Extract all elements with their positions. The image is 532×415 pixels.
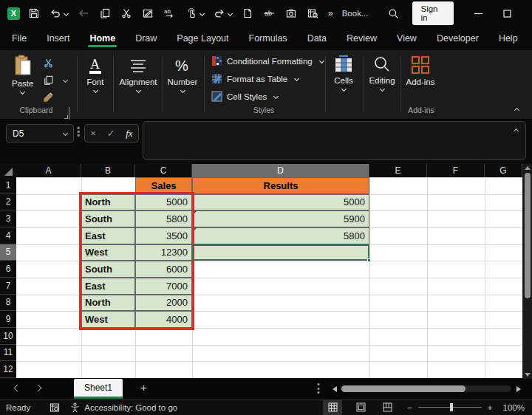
tabs-overflow-dots[interactable]: ••• bbox=[317, 383, 320, 395]
cells-group-button[interactable]: Cells bbox=[327, 55, 360, 91]
cell-D1-results-header[interactable]: Results bbox=[192, 177, 369, 194]
cut-ribbon-icon[interactable] bbox=[43, 58, 54, 69]
touch-mode-icon[interactable] bbox=[184, 4, 205, 23]
vertical-scrollbar[interactable] bbox=[522, 164, 532, 379]
search-icon[interactable] bbox=[388, 8, 399, 19]
zoom-slider-thumb[interactable] bbox=[450, 403, 453, 411]
copy-icon[interactable] bbox=[98, 4, 112, 23]
clipboard-dialog-launcher[interactable] bbox=[69, 107, 69, 120]
undo-dropdown-chevron[interactable] bbox=[64, 10, 69, 16]
vscroll-up-arrow[interactable] bbox=[525, 166, 531, 170]
name-box[interactable]: D5 bbox=[6, 124, 74, 143]
undo-icon[interactable] bbox=[48, 4, 69, 23]
row-header-9[interactable]: 9 bbox=[0, 311, 16, 328]
next-sheet-icon[interactable] bbox=[35, 385, 42, 392]
sheet-lookup-icon[interactable] bbox=[305, 4, 320, 23]
tab-developer[interactable]: Developer bbox=[437, 29, 479, 48]
camera-icon[interactable] bbox=[284, 4, 299, 23]
formula-bar-drag-dots[interactable]: ••• bbox=[77, 127, 80, 138]
draft-icon[interactable] bbox=[140, 4, 155, 23]
row-header-10[interactable]: 10 bbox=[0, 328, 16, 345]
back-icon[interactable] bbox=[76, 4, 91, 23]
zoom-in-button[interactable]: + bbox=[488, 403, 493, 412]
column-header-B[interactable]: B bbox=[81, 164, 135, 177]
font-group-button[interactable]: A Font bbox=[80, 56, 111, 92]
paste-chevron[interactable] bbox=[20, 89, 25, 95]
spreadsheet-grid[interactable]: ABCDEFG123456789101112SalesResultsNorth5… bbox=[0, 164, 532, 379]
row-header-8[interactable]: 8 bbox=[0, 295, 16, 312]
cell-D4[interactable]: 5800 bbox=[192, 227, 369, 244]
row-header-2[interactable]: 2 bbox=[0, 194, 16, 211]
new-file-icon[interactable] bbox=[240, 4, 255, 23]
zoom-level[interactable]: 100% bbox=[503, 403, 525, 412]
find-replace-icon[interactable]: ab bbox=[162, 4, 177, 23]
alignment-chevron[interactable] bbox=[135, 88, 140, 93]
column-header-D[interactable]: D bbox=[192, 164, 369, 177]
macro-record-icon[interactable] bbox=[50, 402, 60, 413]
cell-D3[interactable]: 5900 bbox=[192, 210, 369, 227]
hscroll-right-arrow[interactable] bbox=[516, 386, 521, 392]
row-header-4[interactable]: 4 bbox=[0, 227, 16, 244]
vertical-scrollbar-thumb[interactable] bbox=[525, 173, 531, 298]
add-sheet-button[interactable]: + bbox=[140, 381, 147, 394]
zoom-out-button[interactable]: − bbox=[407, 403, 412, 412]
editing-group-button[interactable]: Editing bbox=[364, 55, 400, 91]
row-header-1[interactable]: 1 bbox=[0, 177, 16, 194]
prev-sheet-icon[interactable] bbox=[14, 385, 21, 392]
row-header-5[interactable]: 5 bbox=[0, 244, 16, 261]
cells-chevron[interactable] bbox=[341, 86, 346, 92]
sign-in-button[interactable]: Sign in bbox=[412, 1, 454, 25]
tab-home[interactable]: Home bbox=[89, 29, 115, 48]
conditional-formatting-button[interactable]: Conditional Formatting bbox=[211, 55, 324, 66]
number-group-button[interactable]: % Number bbox=[164, 56, 201, 92]
horizontal-scrollbar[interactable] bbox=[341, 385, 511, 392]
number-chevron[interactable] bbox=[180, 88, 185, 93]
save-icon[interactable] bbox=[27, 4, 41, 23]
minimize-button[interactable] bbox=[464, 0, 493, 27]
tab-draw[interactable]: Draw bbox=[135, 29, 157, 48]
column-header-G[interactable]: G bbox=[485, 164, 522, 177]
hscroll-left-arrow[interactable] bbox=[332, 386, 337, 392]
formula-bar-collapse-chevron[interactable] bbox=[514, 128, 519, 134]
tab-data[interactable]: Data bbox=[307, 29, 327, 48]
insert-function-icon[interactable]: fx bbox=[126, 128, 132, 140]
horizontal-scrollbar-thumb[interactable] bbox=[341, 385, 466, 392]
tab-file[interactable]: File bbox=[12, 29, 27, 48]
collapse-ribbon-chevron[interactable] bbox=[514, 108, 519, 113]
row-header-11[interactable]: 11 bbox=[0, 345, 16, 362]
tab-page-layout[interactable]: Page Layout bbox=[177, 29, 228, 48]
maximize-button[interactable] bbox=[493, 0, 522, 27]
format-painter-icon[interactable] bbox=[42, 92, 54, 103]
row-header-12[interactable]: 12 bbox=[0, 361, 16, 378]
touch-mode-chevron[interactable] bbox=[200, 10, 205, 16]
qat-overflow-button[interactable]: » bbox=[327, 4, 335, 23]
accessibility-status[interactable]: Accessibility: Good to go bbox=[84, 403, 177, 412]
strikethrough-icon[interactable]: ab bbox=[262, 4, 277, 23]
tab-view[interactable]: View bbox=[397, 29, 417, 48]
accessibility-icon[interactable] bbox=[70, 402, 80, 413]
editing-chevron[interactable] bbox=[379, 86, 384, 92]
normal-view-button[interactable] bbox=[323, 400, 342, 415]
cancel-icon[interactable]: × bbox=[90, 128, 96, 139]
vscroll-down-arrow[interactable] bbox=[525, 373, 531, 377]
paste-button[interactable]: Paste bbox=[12, 55, 33, 94]
tab-help[interactable]: Help bbox=[499, 29, 518, 48]
row-header-6[interactable]: 6 bbox=[0, 261, 16, 278]
redo-dropdown-chevron[interactable] bbox=[228, 10, 233, 16]
fill-handle[interactable] bbox=[367, 258, 371, 262]
select-all-corner[interactable] bbox=[0, 164, 16, 177]
column-header-C[interactable]: C bbox=[135, 164, 192, 177]
column-header-F[interactable]: F bbox=[427, 164, 485, 177]
tab-insert[interactable]: Insert bbox=[47, 29, 69, 48]
page-break-view-button[interactable] bbox=[378, 400, 397, 415]
copy-chevron[interactable] bbox=[63, 78, 68, 83]
copy-ribbon-icon[interactable] bbox=[43, 75, 54, 86]
zoom-slider[interactable] bbox=[418, 407, 482, 408]
row-header-7[interactable]: 7 bbox=[0, 278, 16, 295]
tab-review[interactable]: Review bbox=[347, 29, 377, 48]
tab-formulas[interactable]: Formulas bbox=[249, 29, 287, 48]
column-header-A[interactable]: A bbox=[16, 164, 81, 177]
font-chevron[interactable] bbox=[92, 88, 98, 93]
enter-icon[interactable]: ✓ bbox=[107, 128, 115, 139]
alignment-group-button[interactable]: Alignment bbox=[117, 56, 160, 92]
